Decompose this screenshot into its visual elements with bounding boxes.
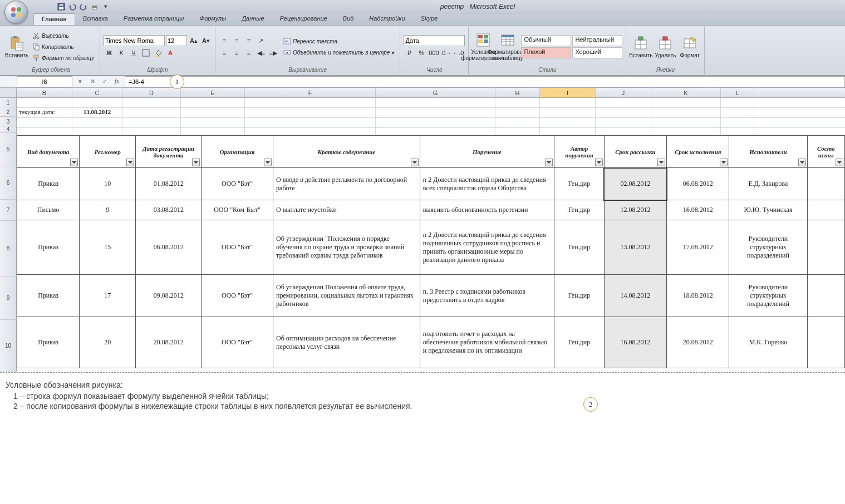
indent-inc-button[interactable]: ≡▶: [268, 47, 279, 58]
table-cell[interactable]: Ген.дир: [554, 220, 605, 275]
style-good[interactable]: Хороший: [572, 47, 622, 58]
cell[interactable]: [181, 108, 245, 117]
ribbon-tab-6[interactable]: Вид: [335, 13, 362, 25]
filter-dropdown-icon[interactable]: [545, 159, 553, 166]
column-header-C[interactable]: C: [72, 88, 122, 97]
cell[interactable]: [596, 118, 651, 127]
table-cell[interactable]: [807, 168, 844, 200]
table-cell[interactable]: 17.08.2012: [667, 220, 729, 275]
table-header[interactable]: Исполнители: [729, 136, 807, 168]
column-header-L[interactable]: L: [721, 88, 754, 97]
insert-cells-button[interactable]: Вставить: [630, 28, 652, 66]
cell[interactable]: [122, 118, 181, 127]
cell[interactable]: [17, 118, 72, 127]
table-cell[interactable]: п 2 Довести настоящий приказ до сведения…: [420, 168, 554, 200]
table-cell[interactable]: 9: [80, 200, 136, 220]
cell[interactable]: [596, 108, 651, 117]
filter-dropdown-icon[interactable]: [192, 159, 200, 166]
table-cell[interactable]: 15: [80, 220, 136, 275]
table-cell[interactable]: Ген.дир: [554, 317, 605, 368]
table-cell[interactable]: 01.08.2012: [136, 168, 202, 200]
underline-button[interactable]: Ч: [128, 47, 139, 58]
ribbon-tab-0[interactable]: Главная: [33, 13, 75, 25]
style-neutral[interactable]: Нейтральный: [572, 35, 622, 46]
table-cell[interactable]: Приказ: [17, 168, 80, 200]
ribbon-tab-7[interactable]: Надстройки: [361, 13, 412, 25]
table-cell[interactable]: Ген.дир: [554, 168, 605, 200]
table-cell[interactable]: 16.08.2012: [604, 317, 666, 368]
style-bad[interactable]: Плохой: [521, 47, 571, 58]
orientation-button[interactable]: ↗: [256, 35, 267, 46]
table-cell[interactable]: Приказ: [17, 275, 80, 317]
table-header[interactable]: Дата регистрации документа: [136, 136, 202, 168]
table-header[interactable]: Краткое содержание: [273, 136, 420, 168]
table-header[interactable]: Вид документа: [17, 136, 80, 168]
table-cell[interactable]: 03.08.2012: [136, 200, 202, 220]
table-cell[interactable]: О вводе в действие регламента по договор…: [273, 168, 420, 200]
cell[interactable]: [540, 108, 596, 117]
filter-dropdown-icon[interactable]: [126, 159, 134, 166]
table-cell[interactable]: О выплате неустойки: [273, 200, 420, 220]
table-cell[interactable]: Ю.Ю. Тучинская: [729, 200, 807, 220]
filter-dropdown-icon[interactable]: [411, 159, 419, 166]
table-cell[interactable]: Письмо: [17, 200, 80, 220]
filter-dropdown-icon[interactable]: [836, 159, 843, 166]
percent-button[interactable]: %: [416, 47, 427, 58]
cell[interactable]: [376, 98, 495, 107]
worksheet-grid[interactable]: BCDEFGHIJKL 12345678910 текущая дата:13.…: [0, 88, 845, 372]
indent-dec-button[interactable]: ◀≡: [256, 47, 267, 58]
cell[interactable]: [181, 118, 245, 127]
cell[interactable]: текущая дата:: [17, 108, 72, 117]
cell[interactable]: [495, 98, 540, 107]
table-cell[interactable]: 10: [80, 168, 136, 200]
table-cell[interactable]: 17: [80, 275, 136, 317]
cell[interactable]: [245, 128, 376, 135]
table-cell[interactable]: 06.08.2012: [136, 220, 202, 275]
table-header[interactable]: Состо испол: [807, 136, 844, 168]
table-cell[interactable]: 02.08.2012: [604, 168, 666, 200]
table-cell[interactable]: Ген.дир: [554, 275, 605, 317]
table-cell[interactable]: М.К. Горенко: [729, 317, 807, 368]
format-painter-button[interactable]: Формат по образцу: [30, 53, 96, 63]
filter-dropdown-icon[interactable]: [720, 159, 728, 166]
column-header-K[interactable]: K: [651, 88, 721, 97]
table-cell[interactable]: Об утверждении "Положения о порядке обуч…: [273, 220, 420, 275]
ribbon-tab-5[interactable]: Рецензирование: [272, 13, 335, 25]
wrap-text-button[interactable]: abПеренос текста: [281, 36, 396, 46]
table-cell[interactable]: ООО "Бэт": [202, 275, 273, 317]
cell[interactable]: 13.08.2012: [72, 108, 122, 117]
cell[interactable]: [540, 98, 596, 107]
inc-decimal-button[interactable]: .0→: [440, 47, 451, 58]
qat-redo[interactable]: [79, 2, 88, 11]
font-name-combo[interactable]: [104, 35, 165, 46]
ribbon-tab-8[interactable]: Skype: [413, 13, 446, 25]
table-cell[interactable]: Руководители структурных подразделений: [729, 275, 807, 317]
row-header-9[interactable]: 9: [0, 276, 17, 320]
column-header-I[interactable]: I: [540, 88, 596, 97]
table-header[interactable]: Организация: [202, 136, 273, 168]
cell[interactable]: [651, 118, 721, 127]
fb-enter[interactable]: ✓: [99, 77, 110, 87]
table-cell[interactable]: 20.08.2012: [136, 317, 202, 368]
table-cell[interactable]: 16.08.2012: [667, 200, 729, 220]
cell[interactable]: [495, 128, 540, 135]
cell[interactable]: [495, 108, 540, 117]
cell[interactable]: [540, 118, 596, 127]
copy-button[interactable]: Копировать: [30, 42, 96, 52]
table-cell[interactable]: 20.08.2012: [667, 317, 729, 368]
table-cell[interactable]: 14.08.2012: [604, 275, 666, 317]
cell[interactable]: [72, 128, 122, 135]
table-cell[interactable]: 12.08.2012: [604, 200, 666, 220]
table-header[interactable]: Срок исполнения: [667, 136, 729, 168]
table-cell[interactable]: ООО "Ком-Быт": [202, 200, 273, 220]
delete-cells-button[interactable]: Удалить: [654, 28, 676, 66]
row-header-8[interactable]: 8: [0, 221, 17, 276]
row-header-1[interactable]: 1: [0, 98, 17, 107]
column-header-F[interactable]: F: [245, 88, 376, 97]
cell[interactable]: [596, 98, 651, 107]
table-cell[interactable]: Приказ: [17, 317, 80, 368]
row-header-5[interactable]: 5: [0, 133, 17, 166]
cell[interactable]: [17, 128, 72, 135]
filter-dropdown-icon[interactable]: [798, 159, 806, 166]
ribbon-tab-4[interactable]: Данные: [234, 13, 272, 25]
